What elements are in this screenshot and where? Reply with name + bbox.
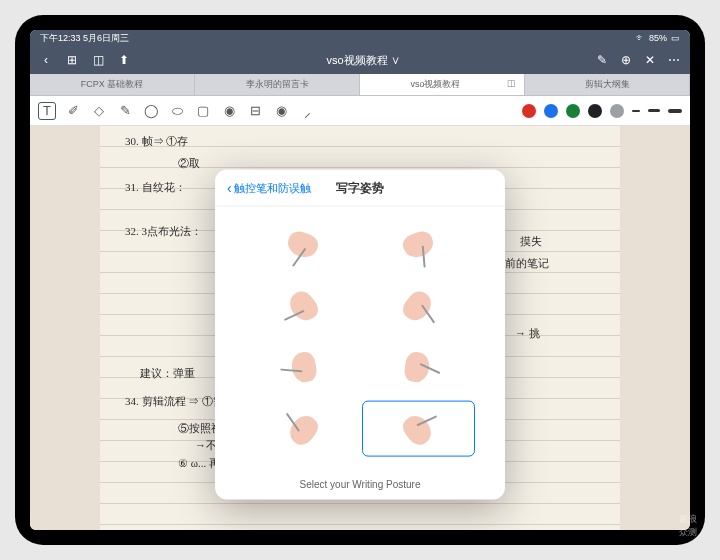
ipad-frame: 下午12:33 5月6日周三 ᯤ 85% ▭ ‹ ⊞ ◫ ⬆ vso视频教程 ∨… <box>15 15 705 545</box>
eraser-tool-icon[interactable]: ◇ <box>90 102 108 120</box>
handwriting: 建议：弹重 <box>140 366 195 381</box>
handwriting: 摸失 <box>520 234 542 249</box>
tab-1[interactable]: 李永明的留言卡 <box>195 74 360 95</box>
status-bar: 下午12:33 5月6日周三 ᯤ 85% ▭ <box>30 30 690 46</box>
back-icon[interactable]: ‹ <box>38 52 54 68</box>
toolbar: T ✐ ◇ ✎ ◯ ⬭ ▢ ◉ ⊟ ◉ ⸝ <box>30 96 690 126</box>
bookmark-icon[interactable]: ◫ <box>90 52 106 68</box>
shapes-tool-icon[interactable]: ◯ <box>142 102 160 120</box>
handwriting: ②取 <box>178 156 200 171</box>
battery-text: 85% <box>649 33 667 43</box>
popup-back-button[interactable]: ‹ 触控笔和防误触 <box>227 180 311 196</box>
color-gray[interactable] <box>610 104 624 118</box>
status-right: ᯤ 85% ▭ <box>636 33 680 43</box>
nav-title[interactable]: vso视频教程 ∨ <box>142 53 584 68</box>
wifi-icon: ᯤ <box>636 33 645 43</box>
canvas[interactable]: 30. 帧⇒ ①存②取31. 自纹花：32. 3点布光法：摸失前的笔记→ 挑建议… <box>30 126 690 530</box>
screen: 下午12:33 5月6日周三 ᯤ 85% ▭ ‹ ⊞ ◫ ⬆ vso视频教程 ∨… <box>30 30 690 530</box>
close-icon[interactable]: ✕ <box>642 52 658 68</box>
popup-back-label: 触控笔和防误触 <box>234 180 311 195</box>
posture-option-5[interactable] <box>362 340 475 397</box>
posture-grid <box>215 207 505 469</box>
popup-footer: Select your Writing Posture <box>215 469 505 500</box>
posture-option-2[interactable] <box>245 279 358 336</box>
chevron-left-icon: ‹ <box>227 180 232 196</box>
popup-header: ‹ 触控笔和防误触 写字姿势 <box>215 170 505 207</box>
color-red[interactable] <box>522 104 536 118</box>
brush-tool-icon[interactable]: ⸝ <box>298 102 316 120</box>
tab-panel-icon[interactable]: ◫ <box>507 78 516 88</box>
share-icon[interactable]: ⬆ <box>116 52 132 68</box>
tab-3[interactable]: 剪辑大纲集 <box>525 74 690 95</box>
camera-tool-icon[interactable]: ◉ <box>220 102 238 120</box>
writing-posture-popup: ‹ 触控笔和防误触 写字姿势 Select your Writing Postu… <box>215 170 505 500</box>
color-green[interactable] <box>566 104 580 118</box>
highlighter-tool-icon[interactable]: ✎ <box>116 102 134 120</box>
tab-bar: FCPX 基础教程 李永明的留言卡 vso视频教程◫ 剪辑大纲集 <box>30 74 690 96</box>
handwriting: 32. 3点布光法： <box>125 224 202 239</box>
handwriting: 31. 自纹花： <box>125 180 186 195</box>
text-box-icon[interactable]: ⊟ <box>246 102 264 120</box>
posture-option-4[interactable] <box>245 340 358 397</box>
watermark: 新浪众测 <box>679 513 697 539</box>
handwriting: → 挑 <box>515 326 540 341</box>
more-icon[interactable]: ⋯ <box>666 52 682 68</box>
image-tool-icon[interactable]: ▢ <box>194 102 212 120</box>
color-black[interactable] <box>588 104 602 118</box>
tab-2[interactable]: vso视频教程◫ <box>360 74 525 95</box>
grid-icon[interactable]: ⊞ <box>64 52 80 68</box>
text-tool-icon[interactable]: T <box>38 102 56 120</box>
popup-title: 写字姿势 <box>336 179 384 196</box>
posture-option-6[interactable] <box>245 400 358 457</box>
handwriting: 前的笔记 <box>505 256 549 271</box>
battery-icon: ▭ <box>671 33 680 43</box>
add-icon[interactable]: ⊕ <box>618 52 634 68</box>
stroke-thick[interactable] <box>668 109 682 113</box>
handwriting: 30. 帧⇒ ①存 <box>125 134 188 149</box>
color-blue[interactable] <box>544 104 558 118</box>
edit-icon[interactable]: ✎ <box>594 52 610 68</box>
posture-option-1[interactable] <box>362 219 475 276</box>
tab-0[interactable]: FCPX 基础教程 <box>30 74 195 95</box>
mic-tool-icon[interactable]: ◉ <box>272 102 290 120</box>
posture-option-3[interactable] <box>362 279 475 336</box>
pen-tool-icon[interactable]: ✐ <box>64 102 82 120</box>
status-time: 下午12:33 5月6日周三 <box>40 32 129 45</box>
stroke-thin[interactable] <box>632 110 640 112</box>
posture-option-0[interactable] <box>245 219 358 276</box>
posture-option-7[interactable] <box>362 400 475 457</box>
stroke-med[interactable] <box>648 109 660 112</box>
nav-bar: ‹ ⊞ ◫ ⬆ vso视频教程 ∨ ✎ ⊕ ✕ ⋯ <box>30 46 690 74</box>
lasso-tool-icon[interactable]: ⬭ <box>168 102 186 120</box>
